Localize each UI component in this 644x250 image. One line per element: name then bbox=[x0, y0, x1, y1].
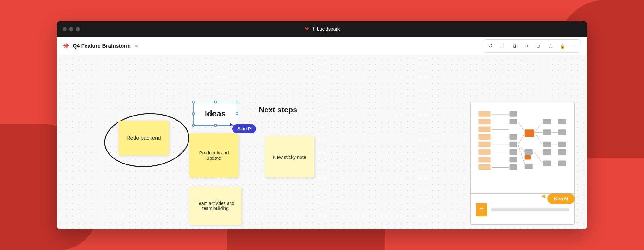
minimize-button[interactable] bbox=[69, 27, 73, 31]
handle-bl[interactable] bbox=[192, 124, 195, 127]
emoji-button[interactable]: ☺ bbox=[533, 40, 544, 52]
svg-rect-34 bbox=[510, 142, 517, 147]
next-steps-text: Next steps bbox=[259, 105, 297, 114]
svg-rect-44 bbox=[543, 142, 551, 147]
sticky-redo-text: Redo backend bbox=[126, 135, 161, 141]
toolbar-button-group: ↺ ⛶ ⧉ T+ ☺ ⬡ 🔒 ··· bbox=[484, 39, 581, 53]
svg-rect-30 bbox=[478, 164, 491, 170]
tag-button[interactable]: ⬡ bbox=[545, 40, 556, 52]
handle-tm[interactable] bbox=[214, 101, 217, 103]
svg-rect-35 bbox=[510, 149, 517, 155]
sticky-product-brand[interactable]: Product brand update bbox=[189, 133, 238, 177]
svg-rect-28 bbox=[478, 149, 491, 155]
sam-cursor-label: Sam P bbox=[232, 124, 256, 133]
svg-line-15 bbox=[535, 133, 542, 145]
handle-tr[interactable] bbox=[236, 101, 238, 103]
kira-cursor-label: Kira M bbox=[547, 193, 575, 204]
document-icon bbox=[476, 203, 487, 216]
svg-line-11 bbox=[518, 145, 526, 166]
svg-rect-46 bbox=[543, 161, 551, 166]
sticky-team-text: Team activities and team building bbox=[193, 201, 238, 211]
canvas[interactable]: Redo backend Ideas Sam P Produc bbox=[57, 55, 587, 229]
svg-rect-31 bbox=[510, 111, 517, 116]
svg-rect-54 bbox=[480, 210, 483, 210]
svg-rect-48 bbox=[558, 129, 566, 135]
svg-rect-47 bbox=[558, 119, 566, 124]
sticky-product-text: Product brand update bbox=[193, 150, 235, 161]
handle-tl[interactable] bbox=[192, 101, 195, 103]
sticky-team-activities[interactable]: Team activities and team building bbox=[189, 187, 242, 225]
kira-cursor-arrow bbox=[541, 194, 545, 198]
document-title[interactable]: Q4 Feature Brainstorm bbox=[73, 43, 131, 49]
svg-rect-53 bbox=[480, 208, 483, 209]
sticky-new-text: New sticky note bbox=[273, 154, 306, 160]
svg-rect-36 bbox=[510, 157, 517, 162]
svg-rect-50 bbox=[558, 149, 566, 155]
sam-cursor-text: Sam P bbox=[237, 126, 251, 131]
next-steps-heading: Next steps bbox=[259, 105, 297, 114]
svg-rect-49 bbox=[558, 142, 566, 147]
svg-rect-45 bbox=[543, 149, 551, 155]
svg-rect-37 bbox=[510, 164, 517, 170]
handle-mr[interactable] bbox=[236, 112, 238, 115]
svg-rect-39 bbox=[525, 149, 533, 155]
kira-cursor-text: Kira M bbox=[554, 196, 568, 201]
window-controls bbox=[63, 27, 80, 31]
svg-line-9 bbox=[518, 133, 526, 145]
svg-rect-32 bbox=[510, 119, 517, 124]
toolbar: ✳ Q4 Feature Brainstorm ≡ ↺ ⛶ ⧉ T+ ☺ ⬡ 🔒… bbox=[57, 37, 587, 55]
svg-rect-33 bbox=[510, 134, 517, 140]
title-bar: ✳ ✳ Lucidspark bbox=[57, 21, 587, 37]
handle-bm[interactable] bbox=[214, 124, 217, 127]
app-title: ✳ ✳ Lucidspark bbox=[304, 26, 340, 33]
svg-rect-38 bbox=[525, 129, 534, 137]
flowchart-diagram bbox=[471, 102, 574, 193]
more-button[interactable]: ··· bbox=[569, 40, 580, 52]
sticky-new-note[interactable]: New sticky note bbox=[265, 136, 314, 177]
svg-rect-41 bbox=[525, 155, 531, 160]
fullscreen-button[interactable]: ⛶ bbox=[497, 40, 508, 52]
browser-window: ✳ ✳ Lucidspark ✳ Q4 Feature Brainstorm ≡… bbox=[57, 21, 587, 229]
svg-rect-24 bbox=[478, 119, 491, 124]
maximize-button[interactable] bbox=[76, 27, 80, 31]
lock-button[interactable]: 🔒 bbox=[557, 40, 568, 52]
svg-rect-43 bbox=[543, 129, 551, 135]
svg-rect-42 bbox=[543, 119, 551, 124]
flowchart-svg bbox=[474, 105, 571, 190]
close-button[interactable] bbox=[63, 27, 67, 31]
ideas-label: Ideas bbox=[205, 109, 226, 119]
svg-rect-29 bbox=[478, 157, 491, 162]
svg-line-10 bbox=[518, 145, 526, 152]
canvas-content: Redo backend Ideas Sam P Produc bbox=[57, 55, 587, 229]
svg-rect-26 bbox=[478, 134, 491, 140]
toolbar-left: ✳ Q4 Feature Brainstorm ≡ bbox=[63, 42, 479, 50]
svg-rect-23 bbox=[478, 111, 491, 116]
svg-rect-40 bbox=[525, 164, 533, 169]
handle-ml[interactable] bbox=[192, 112, 195, 115]
toolbar-right: ↺ ⛶ ⧉ T+ ☺ ⬡ 🔒 ··· bbox=[484, 39, 581, 53]
svg-line-8 bbox=[518, 122, 526, 133]
app-title-text: ✳ Lucidspark bbox=[312, 26, 340, 32]
refresh-button[interactable]: ↺ bbox=[485, 40, 496, 52]
svg-rect-27 bbox=[478, 142, 491, 147]
flowchart-panel[interactable] bbox=[470, 102, 575, 225]
text-button[interactable]: T+ bbox=[521, 40, 532, 52]
svg-line-13 bbox=[535, 122, 542, 133]
toolbar-logo-icon: ✳ bbox=[63, 42, 69, 50]
copy-button[interactable]: ⧉ bbox=[509, 40, 520, 52]
svg-rect-55 bbox=[480, 211, 482, 211]
svg-rect-51 bbox=[558, 161, 566, 166]
lucidspark-logo-icon: ✳ bbox=[304, 26, 309, 33]
menu-icon[interactable]: ≡ bbox=[134, 43, 138, 49]
svg-rect-25 bbox=[478, 127, 491, 132]
document-title-line bbox=[491, 208, 569, 211]
svg-line-17 bbox=[535, 152, 542, 163]
sticky-redo-backend[interactable]: Redo backend bbox=[118, 121, 169, 155]
